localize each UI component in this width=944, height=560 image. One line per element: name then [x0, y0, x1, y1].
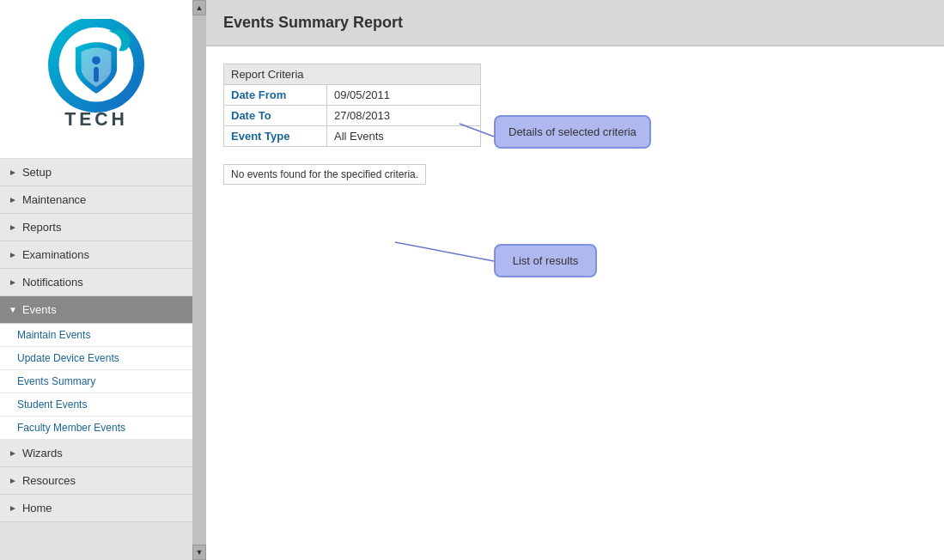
table-row: Event Type All Events [224, 126, 481, 147]
logo-area: TECH [0, 0, 192, 159]
criteria-annotation-text: Details of selected criteria [509, 125, 636, 138]
sidebar-item-label: Reports [22, 221, 62, 234]
criteria-annotation: Details of selected criteria [494, 115, 651, 149]
sidebar-item-label: Wizards [22, 447, 63, 460]
results-annotation: List of results [494, 244, 597, 277]
table-row: Date From 09/05/2011 [224, 85, 481, 106]
sidebar-item-setup[interactable]: ► Setup [0, 159, 192, 186]
scroll-down-button[interactable]: ▼ [192, 545, 206, 560]
sidebar-item-resources[interactable]: ► Resources [0, 467, 192, 495]
sidebar-item-label: Resources [22, 474, 76, 487]
expand-arrow-icon: ► [9, 167, 17, 177]
table-row: Date To 27/08/2013 [224, 106, 481, 126]
sidebar-item-events[interactable]: ▼ Events [0, 296, 192, 324]
sidebar-item-wizards[interactable]: ► Wizards [0, 440, 192, 467]
sidebar-item-home[interactable]: ► Home [0, 495, 192, 522]
sidebar-item-examinations[interactable]: ► Examinations [0, 241, 192, 269]
expand-arrow-icon: ► [9, 195, 17, 204]
event-type-label: Event Type [224, 126, 327, 147]
sidebar-item-label: Notifications [22, 276, 83, 289]
svg-text:TECH: TECH [64, 109, 127, 130]
sidebar-item-label: Examinations [22, 248, 89, 261]
collapse-arrow-icon: ▼ [9, 305, 17, 314]
svg-line-6 [395, 242, 494, 261]
date-from-label: Date From [224, 85, 327, 106]
content-area: Report Criteria Date From 09/05/2011 Dat… [206, 46, 944, 560]
results-area: No events found for the specified criter… [223, 164, 927, 185]
sidebar-item-label: Setup [22, 166, 52, 179]
sidebar-item-label: Maintenance [22, 193, 86, 206]
nav-menu: ► Setup ► Maintenance ► Reports ► Examin… [0, 159, 192, 560]
results-annotation-box: List of results [494, 244, 597, 277]
expand-arrow-icon: ► [9, 277, 17, 287]
sidebar-subitem-student-events[interactable]: Student Events [0, 393, 192, 417]
sidebar-item-reports[interactable]: ► Reports [0, 214, 192, 241]
sidebar-subitem-events-summary[interactable]: Events Summary [0, 370, 192, 393]
expand-arrow-icon: ► [9, 222, 17, 232]
svg-rect-3 [94, 67, 99, 82]
app-logo: TECH [27, 19, 165, 139]
sidebar-scrollbar: ▲ ▼ [192, 0, 206, 560]
expand-arrow-icon: ► [9, 250, 17, 259]
page-header: Events Summary Report [206, 0, 944, 46]
sidebar-subitem-update-device-events[interactable]: Update Device Events [0, 347, 192, 370]
expand-arrow-icon: ► [9, 476, 17, 485]
events-subitems: Maintain Events Update Device Events Eve… [0, 324, 192, 440]
page-title: Events Summary Report [223, 14, 403, 31]
svg-point-2 [92, 56, 100, 64]
sidebar-subitem-maintain-events[interactable]: Maintain Events [0, 324, 192, 347]
criteria-annotation-box: Details of selected criteria [494, 115, 651, 149]
date-to-value: 27/08/2013 [327, 106, 481, 126]
no-results-message: No events found for the specified criter… [223, 164, 426, 185]
main-content: Events Summary Report Report Criteria Da… [206, 0, 944, 560]
sidebar-item-label: Events [22, 303, 57, 316]
results-annotation-text: List of results [513, 254, 579, 267]
sidebar-item-label: Home [22, 502, 52, 514]
scroll-up-button[interactable]: ▲ [192, 0, 206, 15]
sidebar-wrapper: TECH ► Setup ► Maintenance ► Reports ► E… [0, 0, 206, 560]
date-to-label: Date To [224, 106, 327, 126]
sidebar-subitem-faculty-events[interactable]: Faculty Member Events [0, 417, 192, 440]
sidebar-nav: TECH ► Setup ► Maintenance ► Reports ► E… [0, 0, 192, 560]
sidebar-item-maintenance[interactable]: ► Maintenance [0, 186, 192, 214]
date-from-value: 09/05/2011 [327, 85, 481, 106]
report-criteria-table: Report Criteria Date From 09/05/2011 Dat… [223, 64, 481, 147]
expand-arrow-icon: ► [9, 448, 17, 458]
report-criteria-header: Report Criteria [224, 64, 481, 85]
expand-arrow-icon: ► [9, 503, 17, 513]
sidebar-item-notifications[interactable]: ► Notifications [0, 269, 192, 296]
event-type-value: All Events [327, 126, 481, 147]
